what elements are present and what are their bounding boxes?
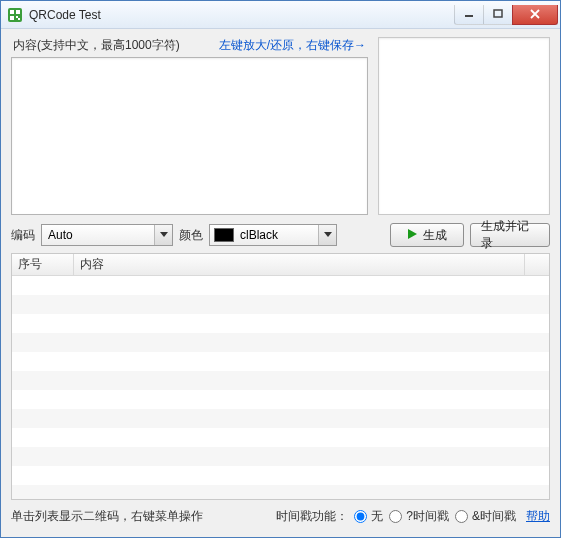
content-label-row: 内容(支持中文，最高1000字符) 左键放大/还原，右键保存→ bbox=[11, 37, 368, 55]
column-header-tail[interactable] bbox=[525, 254, 549, 275]
radio-amp-label: &时间戳 bbox=[472, 508, 516, 525]
qrcode-preview[interactable] bbox=[378, 37, 550, 215]
minimize-button[interactable] bbox=[454, 5, 484, 25]
app-icon bbox=[7, 7, 23, 23]
chevron-down-icon bbox=[154, 225, 172, 245]
radio-question-input[interactable] bbox=[389, 510, 402, 523]
help-link[interactable]: 帮助 bbox=[526, 508, 550, 525]
radio-amp-ts[interactable]: &时间戳 bbox=[455, 508, 516, 525]
radio-question-label: ?时间戳 bbox=[406, 508, 449, 525]
column-header-index[interactable]: 序号 bbox=[12, 254, 74, 275]
maximize-button[interactable] bbox=[483, 5, 513, 25]
titlebar[interactable]: QRCode Test bbox=[1, 1, 560, 29]
zoom-hint-label: 左键放大/还原，右键保存→ bbox=[219, 37, 366, 54]
radio-none-input[interactable] bbox=[354, 510, 367, 523]
generate-record-button[interactable]: 生成并记录 bbox=[470, 223, 550, 247]
generate-button[interactable]: 生成 bbox=[390, 223, 464, 247]
radio-amp-input[interactable] bbox=[455, 510, 468, 523]
history-listview[interactable]: 序号 内容 bbox=[11, 253, 550, 500]
encoding-combobox[interactable]: Auto bbox=[41, 224, 173, 246]
controls-row: 编码 Auto 颜色 clBlack 生成 bbox=[11, 215, 550, 253]
minimize-icon bbox=[464, 9, 474, 19]
radio-none[interactable]: 无 bbox=[354, 508, 383, 525]
generate-button-label: 生成 bbox=[423, 227, 447, 244]
svg-rect-3 bbox=[10, 16, 14, 20]
content-column: 内容(支持中文，最高1000字符) 左键放大/还原，右键保存→ bbox=[11, 37, 368, 215]
svg-rect-4 bbox=[16, 16, 18, 18]
footer-hint: 单击列表显示二维码，右键菜单操作 bbox=[11, 508, 203, 525]
color-swatch bbox=[214, 228, 234, 242]
bottom-bar: 单击列表显示二维码，右键菜单操作 时间戳功能： 无 ?时间戳 &时间戳 帮助 bbox=[11, 500, 550, 529]
svg-rect-6 bbox=[465, 15, 473, 17]
color-label: 颜色 bbox=[179, 227, 203, 244]
radio-none-label: 无 bbox=[371, 508, 383, 525]
encoding-label: 编码 bbox=[11, 227, 35, 244]
content-textarea[interactable] bbox=[11, 57, 368, 215]
svg-rect-2 bbox=[16, 10, 20, 14]
svg-rect-7 bbox=[494, 10, 502, 17]
listview-body[interactable] bbox=[12, 276, 549, 499]
window-title: QRCode Test bbox=[29, 8, 101, 22]
svg-rect-5 bbox=[18, 18, 20, 20]
app-window: QRCode Test 内容(支持中文，最高1000字符) 左键放大/还原，右键… bbox=[0, 0, 561, 538]
window-buttons bbox=[455, 5, 558, 25]
chevron-down-icon bbox=[318, 225, 336, 245]
timestamp-label: 时间戳功能： bbox=[276, 508, 348, 525]
close-button[interactable] bbox=[512, 5, 558, 25]
close-icon bbox=[529, 9, 541, 19]
encoding-value: Auto bbox=[42, 228, 154, 242]
content-label: 内容(支持中文，最高1000字符) bbox=[13, 37, 180, 54]
generate-record-button-label: 生成并记录 bbox=[481, 218, 539, 252]
color-name: clBlack bbox=[240, 228, 318, 242]
color-combobox[interactable]: clBlack bbox=[209, 224, 337, 246]
radio-question-ts[interactable]: ?时间戳 bbox=[389, 508, 449, 525]
client-area: 内容(支持中文，最高1000字符) 左键放大/还原，右键保存→ 编码 Auto … bbox=[1, 29, 560, 537]
svg-rect-1 bbox=[10, 10, 14, 14]
top-row: 内容(支持中文，最高1000字符) 左键放大/还原，右键保存→ bbox=[11, 37, 550, 215]
play-icon bbox=[408, 228, 417, 242]
listview-header: 序号 内容 bbox=[12, 254, 549, 276]
maximize-icon bbox=[493, 9, 503, 19]
column-header-content[interactable]: 内容 bbox=[74, 254, 525, 275]
